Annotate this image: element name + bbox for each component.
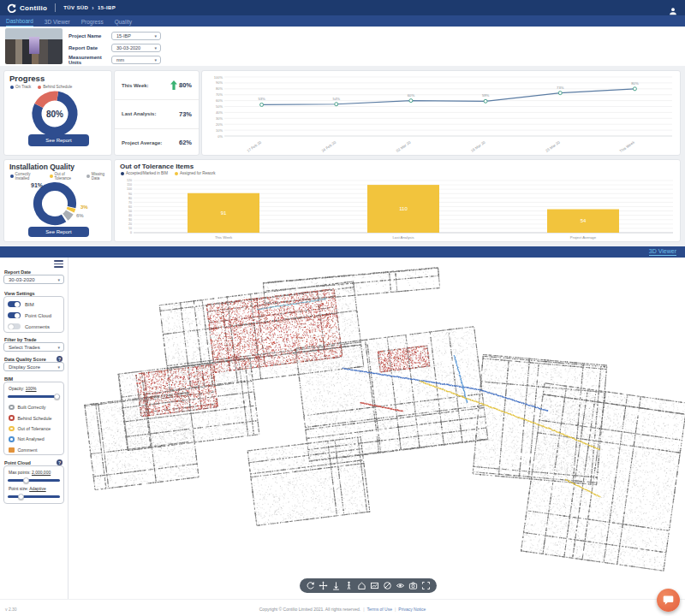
hamburger-icon[interactable] <box>54 260 63 268</box>
project-bar: Project Name15-IBPReport Date30-03-2020M… <box>0 27 685 66</box>
bim-legend-swatch <box>9 436 15 442</box>
viewer-viewport[interactable] <box>69 258 685 599</box>
hide-icon[interactable] <box>383 581 392 590</box>
project-field-project-name: Project Name15-IBP <box>68 30 161 41</box>
pan-icon[interactable] <box>319 581 328 590</box>
point-size-slider[interactable] <box>8 493 60 500</box>
svg-text:80: 80 <box>128 197 132 200</box>
bim-legend-comment: Comment <box>4 445 63 455</box>
display-score-select[interactable]: Display Score <box>3 362 64 371</box>
svg-text:30: 30 <box>128 218 132 222</box>
stat-row-this-week: This Week:80% <box>115 71 199 99</box>
svg-text:70%: 70% <box>216 92 223 97</box>
bim-toggle[interactable] <box>8 301 21 308</box>
svg-text:120: 120 <box>127 179 132 182</box>
eye-icon[interactable] <box>396 581 405 590</box>
field-label: Project Name <box>68 33 111 38</box>
max-points-slider[interactable] <box>8 477 60 483</box>
trade-select[interactable]: Select Trades <box>3 342 64 352</box>
bim-legend-label: Not Analysed <box>18 436 45 441</box>
svg-text:This Week: This Week <box>619 139 636 153</box>
report-date-value: 30-03-2020 <box>9 277 35 282</box>
viewer-toolbar <box>300 578 437 593</box>
nav-item-3d-viewer[interactable]: 3D Viewer <box>45 19 70 27</box>
svg-text:60%: 60% <box>216 98 223 103</box>
svg-text:Project Average: Project Average <box>570 235 597 240</box>
svg-text:90: 90 <box>128 192 132 196</box>
viewer-title-tab[interactable]: 3D Viewer <box>649 248 676 256</box>
contilio-logo-icon <box>7 3 16 13</box>
svg-text:100%: 100% <box>214 75 223 80</box>
opacity-value[interactable]: 100% <box>26 386 37 391</box>
home-icon[interactable] <box>357 581 366 590</box>
svg-text:30%: 30% <box>216 116 223 121</box>
toggle-knob <box>15 313 20 318</box>
select-value: mm <box>116 57 124 62</box>
project-name-select[interactable]: 15-IBP <box>111 32 161 40</box>
stat-row-last-analysis: Last Analysis:73% <box>115 99 199 127</box>
nav-item-quality[interactable]: Quality <box>115 19 132 27</box>
project-field-report-date: Report Date30-03-2020 <box>68 42 161 53</box>
chat-widget-button[interactable] <box>657 589 680 612</box>
point-size-value[interactable]: Adaptive <box>29 486 45 491</box>
orbit-icon[interactable] <box>306 581 315 590</box>
breadcrumb-project[interactable]: 15-IBP <box>98 5 116 10</box>
section-icon[interactable] <box>370 581 379 590</box>
tolerance-bar-chart: 010203040506070809010011012091This Week1… <box>115 160 680 241</box>
display-score-value: Display Score <box>9 364 40 370</box>
brand[interactable]: Contilio <box>7 3 47 13</box>
viewer-header-bar: 3D Viewer <box>0 246 685 258</box>
svg-text:23 Mar 20: 23 Mar 20 <box>545 139 561 153</box>
chat-bubble-icon <box>663 595 674 606</box>
app-root: Contilio TÜV SÜD 15-IBP Dashboard3D View… <box>0 0 685 616</box>
svg-text:50: 50 <box>128 210 132 213</box>
user-avatar-icon[interactable] <box>669 3 677 12</box>
report-date-select[interactable]: 30-03-2020 <box>111 44 161 52</box>
svg-text:16 Mar 20: 16 Mar 20 <box>470 139 486 153</box>
measurement-units-select[interactable]: mm <box>111 56 161 64</box>
drop-icon[interactable] <box>331 581 341 590</box>
main-nav: Dashboard3D ViewerProgressQuality <box>0 15 685 27</box>
footer-link-terms-of-use[interactable]: Terms of Use <box>367 607 392 612</box>
report-date-select[interactable]: 30-03-2020 <box>3 275 64 284</box>
bim-legend-label: Comment <box>18 447 38 453</box>
walk-icon[interactable] <box>344 581 354 590</box>
quality-see-report-button[interactable]: See Report <box>28 227 89 237</box>
question-icon[interactable]: ? <box>57 459 63 465</box>
bim-legend-out-of-tolerance: Out of Tolerance <box>4 424 63 434</box>
max-points-value[interactable]: 2,000,000 <box>32 470 51 475</box>
svg-text:3%: 3% <box>80 204 88 210</box>
breadcrumb-org[interactable]: TÜV SÜD <box>63 5 88 10</box>
bim-legend-swatch <box>9 426 15 432</box>
point-cloud-canvas[interactable] <box>69 258 685 599</box>
stat-label: Last Analysis: <box>122 111 156 116</box>
select-value: 15-IBP <box>116 33 131 38</box>
opacity-slider[interactable] <box>8 393 60 400</box>
svg-text:54: 54 <box>581 218 587 223</box>
svg-text:110: 110 <box>399 206 408 211</box>
question-icon[interactable]: ? <box>57 356 63 362</box>
nav-item-progress[interactable]: Progress <box>81 19 104 27</box>
quality-card: Installation Quality Correctly Installed… <box>3 159 112 242</box>
svg-text:Last Analysis: Last Analysis <box>392 235 414 240</box>
top-header: Contilio TÜV SÜD 15-IBP <box>0 0 685 15</box>
svg-text:17 Feb 20: 17 Feb 20 <box>246 139 262 153</box>
bim-legend-swatch <box>9 415 15 421</box>
opacity-slider-knob[interactable] <box>54 394 60 400</box>
svg-text:80%: 80% <box>631 81 639 86</box>
progress-see-report-button[interactable]: See Report <box>28 134 89 146</box>
point-size-slider-knob[interactable] <box>18 494 24 500</box>
nav-item-dashboard[interactable]: Dashboard <box>6 18 33 27</box>
progress-line-chart-card: 0%10%20%30%40%50%60%70%80%90%100%53%17 F… <box>201 70 681 156</box>
bim-legend-not-analysed: Not Analysed <box>4 434 63 444</box>
max-points-slider-knob[interactable] <box>23 477 29 483</box>
svg-text:0%: 0% <box>217 134 223 139</box>
comments-toggle[interactable] <box>8 323 21 330</box>
toggle-row-comments: Comments <box>4 321 63 332</box>
stat-value-text: 73% <box>179 110 192 118</box>
footer-link-privacy-notice[interactable]: Privacy Notice <box>398 607 426 612</box>
viewer-sidebar: Report Date 30-03-2020 View Settings BIM… <box>0 258 68 599</box>
fullscreen-icon[interactable] <box>421 581 431 590</box>
camera-icon[interactable] <box>408 581 418 590</box>
point-cloud-toggle[interactable] <box>8 312 21 319</box>
